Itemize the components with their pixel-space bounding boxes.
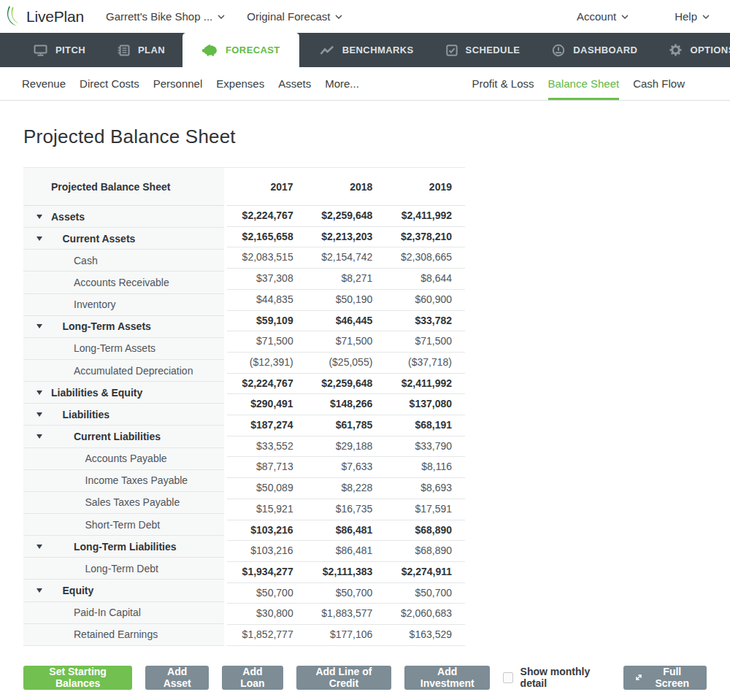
table-row-values: $71,500 $71,500 $71,500 xyxy=(227,331,465,353)
subnav-item-label: Personnel xyxy=(153,77,203,90)
table-row-label[interactable]: Long-Term Assets xyxy=(23,316,224,338)
nav-tab-options[interactable]: OPTIONS xyxy=(669,33,730,67)
page-title: Projected Balance Sheet xyxy=(23,126,707,148)
value-cell: $37,308 xyxy=(227,269,307,289)
collapse-caret-icon[interactable] xyxy=(36,236,42,241)
collapse-caret-icon[interactable] xyxy=(36,412,42,417)
value-cell: $1,883,577 xyxy=(307,604,386,624)
value-cell: $44,835 xyxy=(227,290,307,310)
value-cell: $2,411,992 xyxy=(385,206,465,226)
subnav-item-expenses[interactable]: Expenses xyxy=(216,67,264,100)
subnav-item-more[interactable]: More... xyxy=(325,67,359,100)
table-row-values: $187,274 $61,785 $68,191 xyxy=(227,415,465,436)
row-label: Long-Term Assets xyxy=(23,342,155,354)
nav-tab-pitch[interactable]: PITCH xyxy=(34,33,85,67)
subnav-item-cash-flow[interactable]: Cash Flow xyxy=(633,67,685,100)
table-row-label: Accumulated Depreciation xyxy=(23,360,224,382)
company-selector[interactable]: Garrett's Bike Shop ... xyxy=(106,10,225,23)
table-row-label: Paid-In Capital xyxy=(23,602,224,624)
value-cell: $86,481 xyxy=(307,520,386,541)
value-cell: $71,500 xyxy=(385,331,465,352)
collapse-caret-icon[interactable] xyxy=(36,391,42,395)
subnav-item-label: Cash Flow xyxy=(633,77,685,90)
subnav-item-personnel[interactable]: Personnel xyxy=(153,67,203,100)
nav-tab-dashboard[interactable]: DASHBOARD xyxy=(552,33,637,67)
year-column-header: 2019 xyxy=(385,168,465,205)
set-starting-balances-button[interactable]: Set Starting Balances xyxy=(23,666,132,690)
value-cell: $163,529 xyxy=(385,625,465,645)
subnav-item-balance-sheet[interactable]: Balance Sheet xyxy=(548,67,620,100)
liveplan-leaf-icon xyxy=(6,6,24,27)
value-cell: $2,165,658 xyxy=(227,227,307,247)
table-row-values: $37,308 $8,271 $8,644 xyxy=(227,269,465,290)
chevron-down-icon xyxy=(702,15,710,19)
help-menu[interactable]: Help xyxy=(675,10,710,23)
show-monthly-detail-label[interactable]: Show monthly detail xyxy=(520,666,607,689)
gear-icon xyxy=(669,44,682,56)
value-cell: $2,378,210 xyxy=(385,227,465,247)
value-cell: $16,735 xyxy=(307,499,386,520)
table-row-label[interactable]: Current Liabilities xyxy=(23,426,224,447)
subnav-item-direct-costs[interactable]: Direct Costs xyxy=(80,67,139,100)
value-cell: $33,782 xyxy=(385,311,465,331)
value-cell: $2,259,648 xyxy=(307,374,386,394)
row-label: Equity xyxy=(23,585,93,596)
row-label: Short-Term Debt xyxy=(23,519,160,531)
show-monthly-detail-checkbox[interactable] xyxy=(503,672,512,683)
row-label: Current Liabilities xyxy=(23,431,161,442)
add-asset-button[interactable]: Add Asset xyxy=(145,666,209,690)
value-cell: ($12,391) xyxy=(227,353,307,373)
table-row-label[interactable]: Long-Term Liabilities xyxy=(23,536,224,558)
add-line-of-credit-button[interactable]: Add Line of Credit xyxy=(296,666,392,690)
collapse-caret-icon[interactable] xyxy=(36,324,42,328)
nav-tab-forecast[interactable]: FORECAST xyxy=(182,33,299,67)
account-menu[interactable]: Account xyxy=(577,10,629,23)
forecast-selector[interactable]: Original Forecast xyxy=(247,10,342,23)
value-cell: $2,213,203 xyxy=(307,227,386,247)
row-label: Inventory xyxy=(23,299,116,310)
value-cell: $2,111,383 xyxy=(307,562,386,582)
table-label-column: Projected Balance Sheet Assets Current A… xyxy=(23,168,224,646)
table-row-values: $1,934,277 $2,111,383 $2,274,911 xyxy=(227,562,465,583)
table-row-label[interactable]: Assets xyxy=(23,206,224,228)
subnav-item-revenue[interactable]: Revenue xyxy=(22,67,66,100)
nav-tab-schedule[interactable]: SCHEDULE xyxy=(446,33,520,67)
value-cell: $33,790 xyxy=(385,436,465,457)
table-row-label: Sales Taxes Payable xyxy=(23,492,224,514)
table-row-label[interactable]: Equity xyxy=(23,580,224,601)
table-row-values: $1,852,777 $177,106 $163,529 xyxy=(227,625,465,646)
collapse-caret-icon[interactable] xyxy=(36,545,42,549)
collapse-caret-icon[interactable] xyxy=(36,215,42,219)
table-row-label[interactable]: Current Assets xyxy=(23,228,224,250)
value-cell: $29,188 xyxy=(307,436,386,457)
table-row-label[interactable]: Liabilities & Equity xyxy=(23,382,224,404)
subnav-item-assets[interactable]: Assets xyxy=(278,67,311,100)
nav-tab-label: SCHEDULE xyxy=(466,45,520,55)
value-cell: $148,266 xyxy=(307,394,386,415)
expand-diagonal-icon xyxy=(634,673,643,682)
year-column-header: 2018 xyxy=(307,168,386,205)
table-row-values: $103,216 $86,481 $68,890 xyxy=(227,520,465,542)
collapse-caret-icon[interactable] xyxy=(36,588,42,593)
row-label: Accounts Payable xyxy=(23,453,167,464)
nav-tab-benchmarks[interactable]: BENCHMARKS xyxy=(320,33,414,67)
table-row-values: ($12,391) ($25,055) ($37,718) xyxy=(227,353,465,374)
subnav-item-profit-loss[interactable]: Profit & Loss xyxy=(472,67,534,100)
value-cell: $86,481 xyxy=(307,541,386,561)
collapse-caret-icon[interactable] xyxy=(36,434,42,439)
value-cell: $8,644 xyxy=(385,269,465,289)
table-row-values: $103,216 $86,481 $68,890 xyxy=(227,541,465,562)
subnav-right: Profit & LossBalance SheetCash Flow xyxy=(472,67,699,100)
value-cell: $2,060,683 xyxy=(385,604,465,624)
nav-tab-plan[interactable]: PLAN xyxy=(118,33,165,67)
value-cell: $68,191 xyxy=(385,415,465,436)
footer-buttons: Set Starting BalancesAdd AssetAdd LoanAd… xyxy=(23,666,503,690)
add-investment-button[interactable]: Add Investment xyxy=(404,666,490,690)
value-cell: $46,445 xyxy=(307,311,386,331)
table-row-label[interactable]: Liabilities xyxy=(23,404,224,426)
table-row-values: $50,089 $8,228 $8,693 xyxy=(227,478,465,499)
full-screen-button[interactable]: Full Screen xyxy=(623,666,707,690)
nav-tab-label: OPTIONS xyxy=(690,45,730,55)
table-row-values: $2,224,767 $2,259,648 $2,411,992 xyxy=(227,206,465,227)
add-loan-button[interactable]: Add Loan xyxy=(222,666,283,690)
